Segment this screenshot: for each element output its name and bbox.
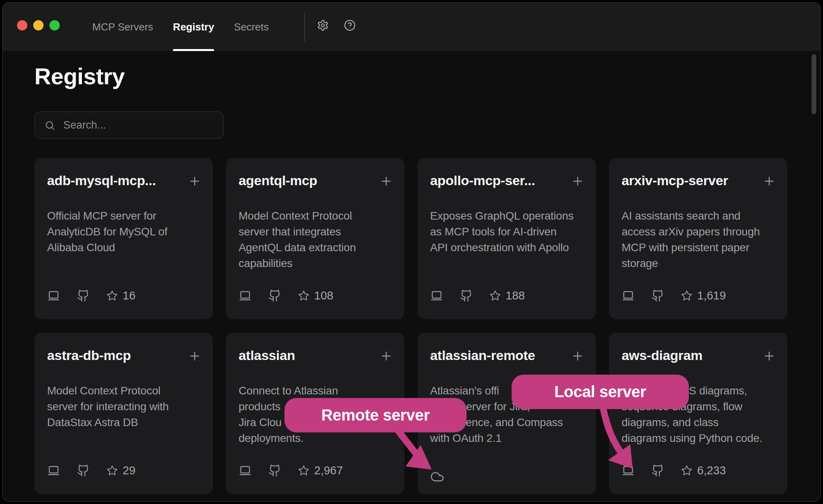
tab-registry[interactable]: Registry — [173, 3, 214, 51]
github-icon — [268, 464, 281, 477]
server-name: aws-diagram — [622, 348, 703, 363]
laptop-icon — [622, 464, 635, 477]
remote-server-callout: Remote server — [284, 398, 466, 432]
app-window: MCP Servers Registry Secrets Registry — [2, 2, 821, 502]
local-server-callout: Local server — [512, 375, 689, 409]
github-icon — [460, 289, 473, 302]
server-name: agentql-mcp — [239, 173, 317, 188]
card-footer: 188 — [430, 288, 525, 303]
star-icon — [106, 465, 118, 476]
add-server-button[interactable] — [188, 350, 201, 362]
server-card[interactable]: astra-db-mcp Model Context Protocolserve… — [34, 333, 213, 494]
star-count: 29 — [123, 464, 135, 477]
add-server-button[interactable] — [763, 175, 776, 188]
star-count-group: 16 — [106, 289, 135, 302]
laptop-icon — [622, 289, 635, 302]
server-description: Official MCP server forAnalyticDB for My… — [47, 208, 200, 256]
search-input[interactable] — [63, 119, 207, 132]
add-server-button[interactable] — [380, 175, 393, 188]
toolbar-divider — [304, 12, 305, 42]
zoom-button[interactable] — [49, 20, 60, 30]
laptop-icon — [239, 289, 252, 302]
scrollbar-thumb[interactable] — [812, 54, 816, 114]
server-description: AI assistants search andaccess arXiv pap… — [622, 208, 775, 271]
server-name: arxiv-mcp-server — [622, 173, 728, 188]
laptop-icon — [47, 289, 60, 302]
page-title: Registry — [34, 63, 125, 89]
server-description: Model Context Protocolserver that integr… — [239, 208, 392, 271]
cloud-icon — [430, 470, 444, 484]
add-server-button[interactable] — [380, 350, 393, 362]
star-count: 108 — [314, 289, 333, 302]
tab-mcp-servers[interactable]: MCP Servers — [92, 3, 153, 51]
nav-tabs: MCP Servers Registry Secrets — [92, 3, 269, 51]
star-icon — [489, 290, 501, 301]
window-controls — [17, 20, 60, 30]
star-icon — [681, 290, 692, 301]
search-icon — [44, 120, 55, 131]
help-icon[interactable] — [344, 19, 356, 31]
star-count-group: 2,967 — [298, 464, 343, 477]
star-count-group: 29 — [106, 464, 135, 477]
star-count: 2,967 — [314, 464, 343, 477]
server-card[interactable]: arxiv-mcp-server AI assistants search an… — [609, 158, 787, 319]
star-count: 188 — [506, 289, 525, 302]
card-footer: 2,967 — [239, 463, 343, 477]
server-card[interactable]: aws-diagram S diagrams,sequence diagrams… — [609, 333, 787, 494]
star-count: 16 — [123, 289, 135, 302]
star-count-group: 108 — [298, 289, 333, 302]
github-icon — [651, 289, 664, 302]
server-name: atlassian — [239, 348, 295, 363]
github-icon — [77, 464, 90, 477]
title-bar: MCP Servers Registry Secrets — [3, 3, 820, 51]
star-icon — [298, 465, 309, 476]
add-server-button[interactable] — [763, 350, 776, 362]
add-server-button[interactable] — [571, 175, 584, 188]
server-card[interactable]: agentql-mcp Model Context Protocolserver… — [226, 158, 404, 319]
card-footer: 6,233 — [622, 463, 726, 477]
star-count-group: 1,619 — [681, 289, 726, 302]
card-grid: adb-mysql-mcp... Official MCP server for… — [34, 158, 787, 494]
star-count-group: 6,233 — [681, 464, 726, 477]
card-footer: 1,619 — [622, 288, 726, 303]
laptop-icon — [239, 464, 252, 477]
server-description: Exposes GraphQL operationsas MCP tools f… — [430, 208, 583, 256]
server-name: adb-mysql-mcp... — [47, 173, 156, 188]
registry-page: Registry adb-mysql-mcp... Official MCP s… — [3, 51, 820, 501]
add-server-button[interactable] — [571, 350, 584, 362]
search-box[interactable] — [34, 112, 224, 139]
github-icon — [77, 289, 90, 302]
laptop-icon — [47, 464, 60, 477]
card-footer: 16 — [47, 288, 135, 303]
github-icon — [651, 464, 664, 477]
card-footer: 29 — [47, 463, 135, 477]
star-icon — [298, 290, 309, 301]
laptop-icon — [430, 289, 443, 302]
github-icon — [268, 289, 281, 302]
server-card[interactable]: adb-mysql-mcp... Official MCP server for… — [34, 158, 213, 319]
star-count-group: 188 — [489, 289, 525, 302]
server-name: astra-db-mcp — [47, 348, 131, 363]
server-name: atlassian-remote — [430, 348, 535, 363]
settings-gear-icon[interactable] — [317, 19, 329, 31]
close-button[interactable] — [17, 20, 27, 30]
tab-secrets[interactable]: Secrets — [234, 3, 269, 51]
server-name: apollo-mcp-ser... — [430, 173, 535, 188]
star-count: 1,619 — [697, 289, 726, 302]
card-footer — [430, 470, 444, 484]
server-description: Model Context Protocolserver for interac… — [47, 383, 200, 430]
add-server-button[interactable] — [188, 175, 201, 188]
star-count: 6,233 — [697, 464, 726, 477]
card-footer: 108 — [239, 288, 333, 303]
star-icon — [681, 465, 692, 476]
star-icon — [106, 290, 118, 301]
minimize-button[interactable] — [33, 20, 44, 30]
server-card[interactable]: apollo-mcp-ser... Exposes GraphQL operat… — [417, 158, 596, 319]
